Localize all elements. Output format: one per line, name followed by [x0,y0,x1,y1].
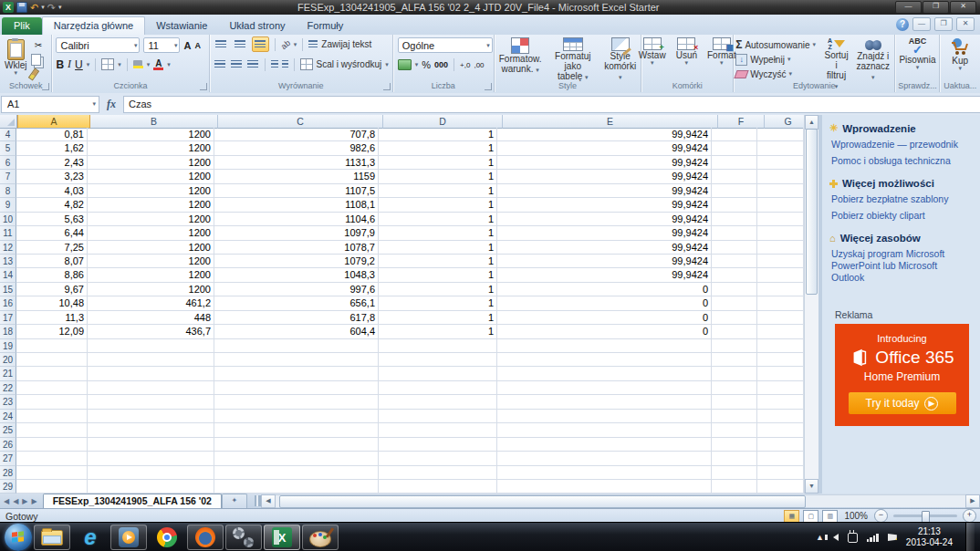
cell[interactable]: 1200 [88,128,214,141]
row-header[interactable]: 6 [0,156,16,170]
cell[interactable] [712,128,757,141]
cell[interactable]: 11,3 [16,311,88,325]
cell[interactable]: 8,86 [16,268,88,282]
cell[interactable] [757,213,804,226]
cell[interactable] [88,381,214,395]
cell[interactable] [88,452,214,465]
conditional-formatting-button[interactable]: Formatow.warunk. ▾ [496,36,545,81]
row-header[interactable]: 12 [0,241,16,255]
row-header[interactable]: 26 [0,438,16,452]
cell[interactable] [214,395,379,409]
row-header[interactable]: 19 [0,339,16,353]
help-icon[interactable]: ? [896,18,909,31]
cell[interactable]: 4,82 [16,198,88,212]
row-header[interactable]: 17 [0,311,16,325]
cell[interactable]: 7,25 [16,241,88,255]
cell[interactable] [379,423,497,437]
cell[interactable] [379,480,497,494]
cell[interactable] [379,452,497,465]
find-select-button[interactable]: Znajdź izaznacz ▾ [853,36,892,81]
pane-link-templates[interactable]: Pobierz bezpłatne szablony [831,193,973,205]
cell[interactable]: 3,23 [16,170,88,183]
cell[interactable]: 99,9424 [497,268,712,282]
cell[interactable]: 707,8 [214,128,379,141]
cell[interactable]: 1 [379,141,497,155]
cell[interactable] [712,311,757,325]
cell[interactable] [88,367,214,380]
last-sheet-icon[interactable]: ▶ [31,497,36,505]
copy-icon[interactable] [31,54,41,66]
taskbar-explorer[interactable] [34,525,70,550]
cell[interactable] [497,452,712,465]
cell[interactable] [712,325,757,338]
cell[interactable]: 1 [379,198,497,212]
cell[interactable] [757,452,804,465]
number-format-combo[interactable]: Ogólne▾ [398,37,493,53]
cell[interactable]: 5,63 [16,213,88,226]
cell[interactable] [214,381,379,395]
cell[interactable] [497,353,712,367]
cell[interactable]: 99,9424 [497,184,712,198]
clear-button[interactable]: Wyczyść ▾ [735,68,816,80]
cell[interactable] [712,410,757,423]
insert-worksheet-tab[interactable]: ✦ [222,494,247,508]
cell[interactable] [757,353,804,367]
cell[interactable] [712,268,757,282]
row-header[interactable]: 25 [0,423,16,437]
show-desktop-button[interactable] [965,523,975,551]
cell[interactable] [497,410,712,423]
power-icon[interactable] [848,533,858,543]
paste-button[interactable]: Wklej ▾ [2,36,29,81]
row-header[interactable]: 11 [0,226,16,240]
action-center-flag-icon[interactable] [888,534,897,541]
tab-page-layout[interactable]: Układ strony [218,17,296,35]
cell-styles-button[interactable]: Stylekomórki ▾ [601,36,639,81]
cell[interactable] [379,410,497,423]
cell[interactable]: 12,09 [16,325,88,338]
cell[interactable] [757,423,804,437]
cell[interactable] [757,184,804,198]
cell[interactable]: 1 [379,226,497,240]
orientation-icon[interactable]: ab [279,37,292,50]
wrap-text-button[interactable]: Zawijaj tekst [321,39,371,49]
cell[interactable] [16,410,88,423]
cell[interactable]: 1200 [88,268,214,282]
volume-icon[interactable] [833,534,839,541]
cell[interactable] [757,296,804,310]
cell[interactable] [497,423,712,437]
row-header[interactable]: 29 [0,480,16,494]
format-painter-icon[interactable] [28,68,39,80]
cell[interactable] [712,395,757,409]
cell[interactable] [757,410,804,423]
column-header-f[interactable]: F [718,115,765,129]
cell[interactable]: 436,7 [88,325,214,338]
font-size-combo[interactable]: 11▾ [143,37,180,53]
cell[interactable]: 99,9424 [497,170,712,183]
cell[interactable]: 656,1 [214,296,379,310]
cell[interactable] [757,255,804,268]
cell[interactable] [757,128,804,141]
prev-sheet-icon[interactable]: ◀ [13,497,18,505]
alignment-dialog-launcher-icon[interactable] [383,83,391,90]
row-header[interactable]: 13 [0,255,16,268]
cell[interactable] [214,367,379,380]
zoom-level[interactable]: 100% [844,511,868,521]
comma-style-button[interactable]: 000 [434,60,448,69]
row-header[interactable]: 23 [0,395,16,409]
taskbar-firefox[interactable] [187,525,224,550]
cell[interactable] [712,353,757,367]
cell[interactable]: 1200 [88,156,214,170]
row-header[interactable]: 15 [0,283,16,296]
cell[interactable] [712,255,757,268]
cell[interactable] [379,367,497,380]
align-middle-button[interactable] [233,37,248,51]
cell[interactable]: 99,9424 [497,255,712,268]
cell[interactable] [712,213,757,226]
cell[interactable]: 448 [88,311,214,325]
cell[interactable]: 1 [379,213,497,226]
cell[interactable]: 99,9424 [497,156,712,170]
cut-icon[interactable]: ✂ [31,39,45,51]
cell[interactable]: 1 [379,296,497,310]
select-all-corner[interactable] [0,115,17,129]
cell[interactable]: 0 [497,325,712,338]
